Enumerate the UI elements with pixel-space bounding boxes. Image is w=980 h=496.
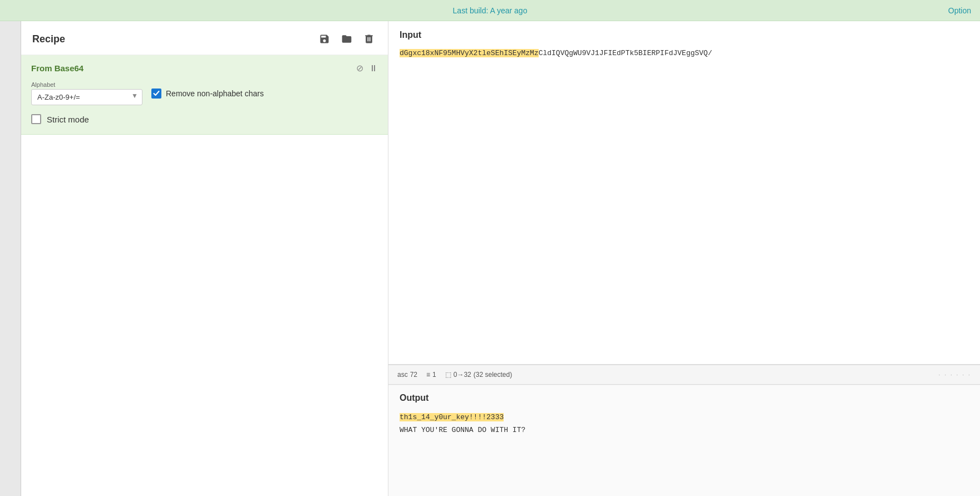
status-selection: ⬚ 0→32 (32 selected): [445, 371, 512, 379]
status-dots: · · · · · ·: [938, 371, 971, 379]
sidebar-strip: [0, 21, 21, 496]
strict-mode-label: Strict mode: [47, 115, 89, 124]
selection-icon: ⬚: [445, 371, 451, 379]
folder-button[interactable]: [339, 31, 354, 47]
save-button[interactable]: [317, 31, 332, 47]
io-panel: Input dGgxc18xNF95MHVyX2tleSEhISEyMzMzCl…: [388, 21, 980, 496]
output-section-header: Output: [388, 385, 980, 409]
operation-block: From Base64 ⊘ ⏸ Alphabet A-Za-z0-9+/= A-…: [21, 55, 388, 135]
input-highlighted-text: dGgxc18xNF95MHVyX2tleSEhISEyMzMz: [400, 49, 539, 57]
status-lines-value: 1: [432, 371, 436, 379]
input-normal-text: CldIQVQgWU9VJ1JFIEdPTk5BIERPIFdJVEggSVQ/: [539, 49, 712, 57]
option-button[interactable]: Option: [948, 6, 971, 15]
output-highlighted-line: th1s_14_y0ur_key!!!!2333: [400, 413, 504, 421]
pause-icon[interactable]: ⏸: [369, 63, 378, 73]
operation-controls: ⊘ ⏸: [356, 63, 378, 73]
status-lines: ≡ 1: [426, 371, 436, 379]
recipe-panel: Recipe: [21, 21, 388, 496]
status-asc-value: 72: [410, 371, 417, 379]
alphabet-label: Alphabet: [31, 81, 142, 88]
selection-count: (32 selected): [474, 371, 512, 379]
remove-nonalpha-label: Remove non-alphabet chars: [166, 89, 264, 98]
top-bar: Last build: A year ago Option: [0, 0, 980, 21]
input-section-header: Input: [388, 21, 980, 46]
selection-range: 0→32: [454, 371, 471, 379]
output-normal-line: WHAT YOU'RE GONNA DO WITH IT?: [400, 424, 969, 436]
status-asc-label: asc: [397, 371, 408, 379]
alphabet-row: Alphabet A-Za-z0-9+/= A-Za-z0-9-_= A-Za-…: [31, 81, 378, 105]
status-asc: asc 72: [397, 371, 417, 379]
recipe-toolbar: [317, 31, 377, 47]
disable-icon[interactable]: ⊘: [356, 63, 363, 73]
lines-icon: ≡: [426, 371, 430, 379]
delete-button[interactable]: [361, 31, 377, 47]
remove-nonalpha-checkbox[interactable]: [151, 89, 161, 99]
strict-mode-row: Strict mode: [31, 114, 378, 124]
output-content[interactable]: th1s_14_y0ur_key!!!!2333 WHAT YOU'RE GON…: [388, 409, 980, 439]
last-build-text: Last build: A year ago: [453, 6, 528, 15]
output-section: Output th1s_14_y0ur_key!!!!2333 WHAT YOU…: [388, 385, 980, 496]
main-layout: Recipe: [0, 21, 980, 496]
alphabet-select[interactable]: A-Za-z0-9+/= A-Za-z0-9-_= A-Za-z0-9-_: [31, 89, 142, 105]
alphabet-select-wrapper: Alphabet A-Za-z0-9+/= A-Za-z0-9-_= A-Za-…: [31, 81, 142, 105]
input-content[interactable]: dGgxc18xNF95MHVyX2tleSEhISEyMzMzCldIQVQg…: [388, 46, 980, 364]
remove-nonalpha-row: Remove non-alphabet chars: [151, 89, 264, 99]
operation-title: From Base64: [31, 63, 83, 73]
strict-mode-checkbox[interactable]: [31, 114, 41, 124]
input-section: Input dGgxc18xNF95MHVyX2tleSEhISEyMzMzCl…: [388, 21, 980, 365]
operation-header: From Base64 ⊘ ⏸: [31, 63, 378, 73]
status-bar: asc 72 ≡ 1 ⬚ 0→32 (32 selected) · · · · …: [388, 365, 980, 385]
recipe-title: Recipe: [32, 33, 65, 45]
recipe-body: [21, 135, 388, 496]
recipe-header: Recipe: [21, 21, 388, 55]
